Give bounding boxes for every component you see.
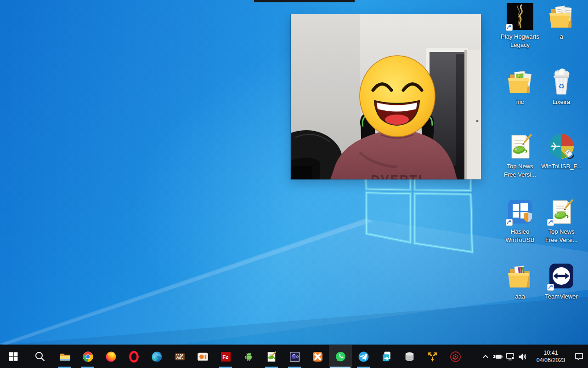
webcam-overlay-window[interactable]: DVERTI — [291, 14, 481, 179]
tray-volume[interactable] — [516, 345, 529, 368]
teamviewer-icon — [547, 263, 576, 291]
emoji-tongue — [385, 115, 409, 125]
yellow-arrows-icon — [426, 351, 439, 363]
notepad-plus-plus-icon — [266, 351, 278, 363]
taskbar-filezilla-button[interactable]: Fz — [214, 345, 237, 368]
taskbar-database-app-button[interactable] — [398, 345, 421, 368]
taskbar-edge-button[interactable] — [145, 345, 168, 368]
taskbar-file-explorer-button[interactable] — [53, 345, 76, 368]
desktop-icon-label: Top News Free Versi... — [498, 162, 542, 178]
desktop-icon-label: TeamViewer — [539, 293, 583, 301]
desktop-icon-top-news-2[interactable]: Top News Free Versi... — [539, 198, 583, 244]
purple-sphere-app-icon — [288, 351, 301, 363]
desktop-icon-label: Hasleo WinToUSB — [498, 228, 542, 244]
clock-time: 10:41 — [533, 349, 569, 357]
battery-charging-icon — [492, 351, 503, 362]
desktop-icon-folder-inc[interactable]: inc — [498, 68, 542, 106]
taskbar-red-shield-app-button[interactable] — [444, 345, 467, 368]
shortcut-arrow-icon — [506, 24, 513, 31]
taskbar-format-factory-button[interactable] — [375, 345, 398, 368]
taskbar-android-tool-button[interactable] — [237, 345, 260, 368]
database-icon — [403, 351, 416, 363]
notification-bubble-icon — [573, 351, 585, 362]
hogwarts-legacy-icon — [505, 3, 535, 31]
tray-network[interactable] — [504, 345, 516, 368]
desktop-icon-label: Top News Free Versi... — [539, 228, 583, 244]
desktop-icon-top-news[interactable]: Top News Free Versi... — [498, 132, 542, 178]
notepad-plus-plus-file-icon — [505, 132, 535, 161]
opera-icon — [128, 351, 140, 363]
tray-battery[interactable] — [492, 345, 504, 368]
taskbar-chrome-button[interactable] — [76, 345, 99, 368]
chrome-icon — [82, 351, 94, 363]
file-explorer-icon — [59, 351, 71, 363]
taskbar-firefox-button[interactable] — [99, 345, 122, 368]
shortcut-arrow-icon — [506, 219, 513, 226]
search-icon — [34, 351, 46, 362]
xampp-icon — [311, 351, 324, 363]
firefox-icon — [105, 351, 117, 363]
format-factory-icon — [380, 351, 393, 363]
taskbar-notepad-plus-plus-button[interactable] — [260, 345, 283, 368]
taskbar-yellow-arrows-app-button[interactable] — [421, 345, 444, 368]
desktop-icon-play-hogwarts-legacy[interactable]: Play Hogwarts Legacy — [498, 3, 542, 49]
action-center-button[interactable] — [573, 345, 585, 368]
svg-text:♻: ♻ — [558, 82, 565, 91]
svg-text:DVERTI: DVERTI — [371, 172, 423, 179]
desktop-icon-teamviewer[interactable]: TeamViewer — [539, 263, 583, 301]
desktop-icon-label: Play Hogwarts Legacy — [498, 33, 542, 49]
filezilla-icon: Fz — [220, 351, 232, 363]
start-button[interactable] — [0, 345, 27, 368]
desktop-icon-label: WinToUSB_F... — [539, 162, 583, 171]
wintousb-circle-icon — [547, 132, 576, 161]
folder-documents-icon — [547, 3, 576, 31]
whatsapp-icon — [334, 351, 347, 363]
taskbar: Fz — [0, 345, 588, 368]
red-shield-app-icon — [449, 351, 462, 363]
recycle-bin-full-icon: ♻ — [547, 68, 576, 97]
edge-icon — [151, 351, 163, 363]
movie-app-icon — [174, 351, 186, 363]
android-icon — [243, 351, 255, 363]
folder-pictures-icon — [505, 68, 535, 97]
background-window-edge — [254, 0, 355, 2]
desktop-icon-recycle-bin[interactable]: ♻ Lixeira — [539, 68, 583, 106]
hasleo-wintousb-icon — [505, 198, 535, 226]
system-tray: 10:41 04/06/2023 — [479, 345, 588, 368]
taskbar-clock[interactable]: 10:41 04/06/2023 — [529, 349, 573, 364]
telegram-icon — [357, 351, 370, 363]
shortcut-arrow-icon — [547, 284, 554, 291]
laughing-emoji — [360, 56, 435, 137]
desktop-icon-folder-aaa[interactable]: aaa — [498, 263, 542, 301]
windows-start-icon — [8, 351, 18, 362]
shortcut-arrow-icon — [547, 219, 554, 226]
desktop-icon-label: aaa — [498, 293, 542, 301]
taskbar-opera-button[interactable] — [122, 345, 145, 368]
desktop-icon-wintousb-file[interactable]: WinToUSB_F... — [539, 132, 583, 171]
chevron-up-icon — [480, 351, 491, 362]
taskbar-telegram-button[interactable] — [352, 345, 375, 368]
tray-show-hidden-icons[interactable] — [479, 345, 492, 368]
ocam-recorder-icon — [197, 351, 209, 363]
taskbar-search-button[interactable] — [27, 345, 53, 368]
taskbar-ocam-button[interactable] — [191, 345, 214, 368]
taskbar-whatsapp-button[interactable] — [329, 345, 352, 368]
taskbar-purple-sphere-app-button[interactable] — [283, 345, 306, 368]
desktop-icon-label: Lixeira — [539, 98, 583, 106]
desktop-icon-label: inc — [498, 98, 542, 106]
desktop-icon-folder-a[interactable]: a — [539, 3, 583, 41]
desktop-icon-hasleo-wintousb[interactable]: Hasleo WinToUSB — [498, 198, 542, 244]
speaker-icon — [517, 351, 528, 362]
svg-text:Fz: Fz — [222, 354, 228, 360]
desktop-surface[interactable]: DVERTI — [0, 0, 588, 345]
taskbar-xampp-button[interactable] — [306, 345, 329, 368]
clock-date: 04/06/2023 — [533, 356, 569, 364]
notepad-plus-plus-file-icon — [547, 198, 576, 226]
folder-files-icon — [505, 263, 535, 291]
webcam-video: DVERTI — [291, 14, 481, 179]
ethernet-network-icon — [504, 351, 516, 362]
white-door — [464, 50, 481, 179]
taskbar-movie-app-button[interactable] — [168, 345, 191, 368]
desktop-icon-label: a — [539, 33, 583, 41]
